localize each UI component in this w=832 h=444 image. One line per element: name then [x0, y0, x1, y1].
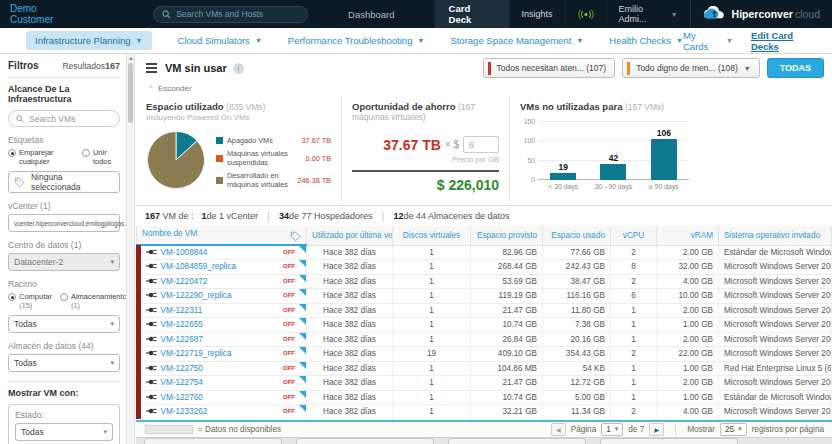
used-cell: 354.43 GB — [543, 347, 611, 362]
table-row: VM-1233262OFFHace 382 días132.21 GB11.34… — [137, 405, 832, 420]
info-icon[interactable]: i — [233, 63, 244, 74]
hamburger-menu-icon[interactable] — [146, 63, 157, 72]
power-plug-icon — [146, 349, 157, 357]
menu-item[interactable]: Storage Space Management ▼ — [450, 35, 583, 46]
folded-corner-icon[interactable] — [299, 376, 306, 383]
vm-name-link[interactable]: VM-1220472 — [161, 277, 208, 286]
folded-corner-icon[interactable] — [299, 347, 306, 354]
table-header-row: Nombre de VM Utilizado por última vez Di… — [137, 226, 832, 245]
vm-search-input[interactable]: Search VMs — [8, 110, 120, 127]
customer-link[interactable]: Demo Customer — [10, 3, 81, 25]
col-header-name[interactable]: Nombre de VM — [137, 226, 307, 245]
chevron-down-icon: ▾ — [110, 359, 114, 367]
tags-dropdown[interactable]: Ninguna seleccionada — [8, 171, 120, 193]
vm-name-link[interactable]: VM-1233262 — [161, 407, 208, 416]
cluster-radio-option[interactable]: Almacenamiento(1) — [60, 292, 127, 310]
used-cell: 20.16 GB — [543, 332, 611, 347]
deck-tab[interactable] — [296, 438, 434, 444]
all-button[interactable]: TODAS — [767, 58, 824, 78]
folded-corner-icon[interactable] — [299, 405, 306, 412]
menu-item[interactable]: Performance Troubleshooting ▼ — [288, 35, 425, 46]
vm-name-link[interactable]: VM-1084859_replica — [161, 262, 237, 271]
deck-tab[interactable] — [600, 438, 738, 444]
folded-corner-icon[interactable] — [299, 260, 306, 267]
folded-corner-icon[interactable] — [299, 289, 306, 296]
table-row: VM-122719_replicaOFFHace 382 días19409.1… — [137, 347, 832, 362]
next-page-button[interactable]: ▶ — [649, 423, 664, 436]
legend-swatch — [216, 137, 223, 144]
vm-name-link[interactable]: VM-122719_replica — [161, 349, 232, 358]
table-row: VM-1084859_replicaOFFHace 382 días1268.4… — [137, 260, 832, 275]
menu-item[interactable]: Cloud Simulators ▼ — [178, 35, 262, 46]
vm-name-link[interactable]: VM-122290_replica — [161, 291, 232, 300]
folded-corner-icon[interactable] — [299, 275, 306, 282]
folded-corner-icon[interactable] — [299, 246, 306, 253]
tags-radio-option[interactable]: Unir todos — [82, 148, 120, 166]
datastore-select[interactable]: Todas ▾ — [8, 354, 120, 372]
folded-corner-icon[interactable] — [299, 362, 306, 369]
vm-name-link[interactable]: VM-122687 — [161, 335, 203, 344]
page-size-select[interactable]: 25 ▾ — [720, 423, 747, 436]
vm-name-link[interactable]: VM-122655 — [161, 320, 203, 329]
col-header-vcpu[interactable]: vCPU — [611, 226, 657, 245]
col-header-os[interactable]: Sistema operativo invitado — [719, 226, 832, 245]
needs-attention-button[interactable]: Todos necesitan aten... (107) — [483, 58, 616, 78]
global-search-input[interactable]: Search VMs and Hosts — [153, 6, 308, 23]
worth-mention-button[interactable]: Todo digno de men... (108) ▼ — [622, 58, 760, 78]
menu-item[interactable]: Infrastructure Planning ▼ — [26, 31, 152, 50]
tag-icon[interactable] — [290, 231, 301, 242]
page-select[interactable]: 1 ▾ — [601, 423, 623, 436]
os-cell: Red Hat Enterprise Linux 5 (64 bits) — [719, 361, 832, 376]
estado-select[interactable]: Todas ▾ — [15, 423, 113, 441]
tab-card-deck[interactable]: Card Deck — [435, 0, 509, 28]
hide-link[interactable]: ⌃ Esconder — [136, 82, 832, 95]
vm-name-link[interactable]: VM-122750 — [161, 364, 203, 373]
folded-corner-icon[interactable] — [299, 391, 306, 398]
power-plug-icon — [146, 248, 157, 256]
my-cards-menu[interactable]: My Cards ▼ — [683, 30, 733, 52]
vm-name-link[interactable]: VM-122754 — [161, 378, 203, 387]
deck-tab[interactable] — [144, 438, 282, 444]
col-header-disks[interactable]: Discos virtuales — [393, 226, 471, 245]
sidebar-scrollbar[interactable]: ▲ — [126, 54, 134, 444]
scrollbar-thumb[interactable] — [128, 63, 133, 123]
vcenter-select[interactable]: vcenter.hiperconvercloud.emilogpilogos.c… — [8, 214, 120, 232]
price-per-gb-input[interactable]: 6 — [463, 136, 499, 153]
cluster-select[interactable]: Todas ▾ — [8, 315, 120, 333]
tab-dashboard[interactable]: Dashboard — [334, 0, 408, 28]
vm-name-link[interactable]: VM-122311 — [161, 306, 203, 315]
col-header-vram[interactable]: vRAM — [657, 226, 719, 245]
cluster-radio-option[interactable]: Computar(15) — [8, 292, 52, 310]
legend-swatch — [216, 155, 223, 162]
tags-radio-option[interactable]: Emparejar cualquier — [8, 148, 74, 166]
scroll-up-arrow-icon[interactable]: ▲ — [127, 55, 135, 61]
col-header-used[interactable]: Espacio usado — [543, 226, 611, 245]
col-header-last-used[interactable]: Utilizado por última vez — [307, 226, 393, 245]
used-cell: 38.47 GB — [543, 274, 611, 289]
col-header-provisioned[interactable]: Espacio provisto — [471, 226, 543, 245]
bar-category-label: 30 - 90 days — [588, 183, 638, 190]
folded-corner-icon[interactable] — [299, 318, 306, 325]
savings-panel-title: Oportunidad de ahorro — [352, 101, 455, 112]
signal-broadcast-icon[interactable] — [565, 0, 606, 28]
vcpu-cell: 1 — [611, 376, 657, 391]
user-menu[interactable]: Emilio Admi... ▼ — [606, 0, 690, 28]
edit-card-decks-link[interactable]: Edit Card Decks — [751, 30, 820, 52]
results-count: Resultados167 — [62, 61, 120, 71]
insights-link[interactable]: Insights — [509, 0, 565, 28]
prev-page-button[interactable]: ◀ — [551, 423, 566, 436]
provisioned-cell: 104.86 MB — [471, 361, 543, 376]
savings-amount: 37.67 TB — [383, 137, 441, 153]
used-cell: 77.66 GB — [543, 245, 611, 260]
disks-cell: 1 — [393, 303, 471, 318]
chevron-down-icon: ▼ — [676, 37, 683, 44]
disks-cell: 1 — [393, 289, 471, 304]
deck-tab[interactable] — [448, 438, 586, 444]
folded-corner-icon[interactable] — [299, 333, 306, 340]
summary-segment: | 34 de 77 Hospedadores — [258, 210, 372, 222]
menu-item[interactable]: Health Checks ▼ — [609, 35, 683, 46]
vm-name-link[interactable]: VM-122760 — [161, 393, 203, 402]
vm-name-link[interactable]: VM-1008844 — [161, 248, 208, 257]
folded-corner-icon[interactable] — [299, 304, 306, 311]
radio-icon — [8, 149, 16, 157]
